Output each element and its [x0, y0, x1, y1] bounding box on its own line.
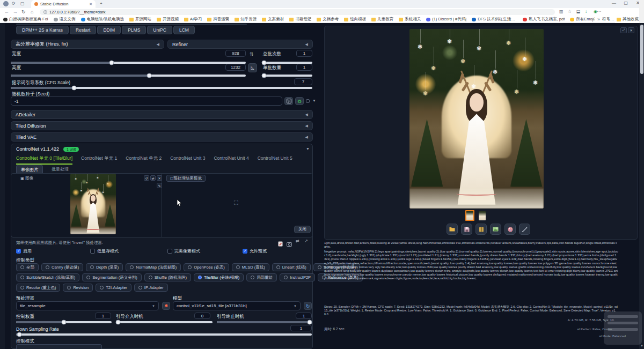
- weight-slider[interactable]: [16, 320, 112, 324]
- bookmark-item[interactable]: 文档参考: [317, 17, 339, 22]
- refiner-accordion[interactable]: Refiner◀: [167, 40, 313, 49]
- enable-checkbox[interactable]: 启用: [16, 248, 32, 254]
- aspect-tool-button[interactable]: ◺: [248, 63, 257, 72]
- bookmarks-overflow-icon[interactable]: »: [595, 17, 602, 22]
- slider-knob[interactable]: [115, 320, 120, 325]
- bookmark-item[interactable]: AI学习: [184, 17, 202, 22]
- bookmark-item[interactable]: 白嫖棋牌教程宝典 Fol: [3, 17, 48, 22]
- control-type-chip[interactable]: Revision: [63, 284, 93, 292]
- control-type-chip[interactable]: T2I-Adapter: [96, 284, 131, 292]
- mirror-webcam-icon[interactable]: ⇄: [296, 239, 299, 243]
- sampler-button[interactable]: LCM: [173, 26, 195, 34]
- gallery-thumbnail[interactable]: [479, 211, 486, 220]
- swap-wh-icon[interactable]: ⇅: [250, 51, 254, 57]
- sampler-button[interactable]: PLMS: [122, 26, 146, 34]
- controlnet-unit-tab[interactable]: ControlNet 单元 1: [81, 155, 117, 165]
- slider-knob[interactable]: [308, 320, 312, 325]
- back-icon[interactable]: ←: [4, 9, 9, 14]
- control-type-chip[interactable]: OpenPose (姿态): [184, 263, 229, 271]
- reuse-seed-button[interactable]: ♻: [295, 97, 304, 105]
- bookmark-item[interactable]: 私人飞书文档室, pdf: [523, 17, 565, 22]
- browser-tab[interactable]: Stable Diffusion ✕: [31, 0, 96, 8]
- more-menu-icon[interactable]: ⋯: [597, 9, 601, 14]
- collections-icon[interactable]: ⬓: [576, 9, 581, 14]
- sampler-button[interactable]: DDIM: [97, 26, 121, 34]
- profile-avatar[interactable]: [3, 1, 9, 6]
- slider-knob[interactable]: [62, 320, 67, 325]
- refresh-icon[interactable]: ↻: [21, 9, 26, 14]
- control-type-chip[interactable]: Canny (硬边缘): [41, 263, 83, 271]
- downsample-value[interactable]: 1: [290, 325, 312, 331]
- site-info-icon[interactable]: i: [43, 10, 47, 14]
- slider-knob[interactable]: [72, 86, 77, 91]
- generation-negative-text[interactable]: Negative prompt: nsfw,NSFW,(NSFW:2),legs…: [324, 250, 618, 281]
- bookmark-item[interactable]: (1) Discord | #代码|: [426, 17, 466, 22]
- generation-params-text[interactable]: Steps: 20, Sampler: DPM++ 2M Karras, CFG…: [324, 305, 618, 317]
- bookmark-item[interactable]: 儿童教育: [371, 17, 393, 22]
- preprocessor-dropdown[interactable]: tile_resample▼: [16, 301, 159, 310]
- random-seed-button[interactable]: [284, 97, 293, 105]
- lowvram-checkbox[interactable]: 低显存模式: [90, 248, 119, 254]
- window-minimize-button[interactable]: —: [612, 1, 616, 5]
- tab-group-icon[interactable]: ▢: [20, 1, 25, 6]
- clear-image-icon[interactable]: ✕: [157, 175, 162, 181]
- bookmark-item[interactable]: 系统相关: [399, 17, 421, 22]
- send-to-img2img-button[interactable]: [490, 224, 501, 235]
- forward-icon[interactable]: →: [13, 9, 18, 14]
- controlnet-input-image[interactable]: ❄❄ ❄❄ ❄❄: [70, 174, 116, 234]
- sampler-button[interactable]: DPM++ 2S a Karras: [16, 26, 69, 34]
- controlnet-unit-tab[interactable]: ControlNet 单元 0 [Tile/Blur]: [16, 155, 72, 165]
- send-to-extras-button[interactable]: [519, 224, 530, 235]
- open-folder-button[interactable]: [447, 224, 458, 235]
- control-type-chip[interactable]: Recolor (重上色): [16, 284, 60, 292]
- start-step-value[interactable]: 0: [194, 313, 210, 319]
- refresh-models-button[interactable]: ↻: [304, 302, 312, 310]
- webcam-icon[interactable]: [287, 239, 292, 249]
- seed-input[interactable]: -1: [11, 96, 282, 106]
- control-type-chip[interactable]: MLSD (直线): [232, 263, 269, 271]
- batch-size-value[interactable]: 1: [296, 64, 312, 71]
- save-image-button[interactable]: [461, 224, 472, 235]
- seed-extra-checkbox[interactable]: [306, 99, 310, 103]
- workspaces-icon[interactable]: ⟳: [12, 1, 16, 6]
- swap-icon[interactable]: ⇄: [150, 175, 156, 181]
- cfg-slider[interactable]: [11, 85, 312, 90]
- other-bookmarks-button[interactable]: 其他收藏: [616, 17, 640, 22]
- controlnet-unit-tab[interactable]: ControlNet Unit 3: [170, 155, 205, 165]
- end-step-value[interactable]: 1: [296, 313, 312, 319]
- control-type-chip[interactable]: 全部: [16, 263, 39, 271]
- start-step-slider[interactable]: [116, 320, 213, 324]
- bookmark-item[interactable]: 所有Emoji表情符号大全: [570, 17, 615, 22]
- control-type-chip[interactable]: NormalMap (法线贴图): [126, 263, 181, 271]
- control-type-chip[interactable]: Tile/Blur (分块/模糊): [194, 273, 244, 281]
- control-type-chip[interactable]: Lineart (线稿): [272, 263, 311, 271]
- bookmark-item[interactable]: 电脑组装/装机电脑选: [81, 17, 125, 22]
- save-zip-button[interactable]: [475, 224, 487, 235]
- expand-icon[interactable]: ▼: [306, 147, 310, 151]
- control-type-chip[interactable]: Segmentation (语义分割): [82, 273, 141, 281]
- width-slider[interactable]: [11, 60, 246, 65]
- controlnet-unit-tab[interactable]: ControlNet Unit 4: [214, 155, 248, 165]
- bookmark-item[interactable]: 抖音运营: [207, 17, 229, 22]
- sampler-button[interactable]: Restart: [70, 26, 96, 34]
- control-type-chip[interactable]: Depth (深度): [86, 263, 123, 271]
- bookmark-item[interactable]: 知乎资源: [235, 17, 257, 22]
- tiled-diffusion-accordion[interactable]: Tiled Diffusion◀: [11, 121, 313, 130]
- sampler-button[interactable]: UniPC: [147, 26, 172, 34]
- control-type-chip[interactable]: Shuffle (随机洗牌): [144, 273, 191, 281]
- slider-knob[interactable]: [147, 73, 152, 78]
- controlnet-unit-tab[interactable]: ControlNet 单元 2: [126, 155, 162, 165]
- new-tab-button[interactable]: +: [100, 1, 103, 6]
- slider-knob[interactable]: [109, 61, 114, 65]
- control-type-chip[interactable]: 局部重绘: [246, 273, 277, 281]
- batch-count-value[interactable]: 1: [296, 50, 312, 57]
- window-maximize-button[interactable]: ▢: [624, 1, 628, 5]
- allow-preview-checkbox[interactable]: 允许预览: [243, 248, 267, 254]
- slider-knob[interactable]: [17, 332, 21, 337]
- control-mode-group-clipped[interactable]: [16, 344, 102, 349]
- close-preview-button[interactable]: 关闭: [294, 226, 311, 233]
- address-bar[interactable]: i 127.0.0.1:7860/?__theme=dark: [40, 9, 555, 15]
- new-canvas-icon[interactable]: [278, 239, 283, 249]
- bookmark-item[interactable]: 书籍笔记: [289, 17, 311, 22]
- weight-value[interactable]: 1: [95, 313, 111, 319]
